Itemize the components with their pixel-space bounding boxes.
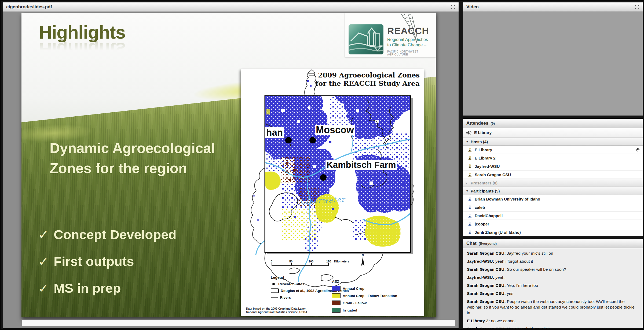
- attendees-pod-body: E Library ▼ Hosts (4) E Library: [463, 128, 643, 236]
- attendee-row[interactable]: caleb: [463, 203, 643, 212]
- host-icon: [467, 164, 472, 169]
- chat-message: Sarah Grogan CSUYep, I'm here too: [467, 283, 639, 288]
- speaker-icon: [466, 130, 472, 135]
- line-swatch: [271, 297, 278, 298]
- chat-pod: Chat (Everyone) Sarah Grogan CSUJayfred …: [463, 239, 643, 329]
- map-label-city-left: han: [265, 127, 284, 138]
- color-swatch: [332, 286, 341, 291]
- microphone-icon: [636, 147, 640, 152]
- research-site-dot: [309, 137, 316, 143]
- map-source-note: Data based on the 2009 Cropland Data Lay…: [246, 307, 307, 314]
- chat-scope: (Everyone): [479, 242, 497, 246]
- presentation-slide: Highlights Highlights: [21, 13, 436, 317]
- chat-pod-title: Chat: [466, 241, 477, 246]
- chat-pod-header[interactable]: Chat (Everyone): [463, 239, 643, 248]
- chat-message: Sarah Grogan CSUUsually only if you clic…: [467, 326, 639, 328]
- host-icon: [467, 172, 472, 177]
- north-arrow: N: [359, 254, 367, 269]
- participant-icon: [467, 196, 472, 201]
- check-icon: ✓: [38, 281, 54, 296]
- map-scale-bar: 0 50 100 150 Kilometers: [268, 260, 356, 269]
- chat-messages[interactable]: Sarah Grogan CSUJayfred your mic's still…: [463, 248, 643, 328]
- fullscreen-icon[interactable]: [635, 5, 639, 9]
- map-figure: 2009 Agroecological Zones for the REACCH…: [241, 69, 424, 316]
- group-header-presenters[interactable]: ▸ Presenters (0): [463, 179, 643, 187]
- attendee-row[interactable]: E Library 2: [463, 154, 643, 162]
- attendee-row[interactable]: jcooper: [463, 220, 643, 228]
- reacch-logo-tile: [349, 24, 383, 54]
- slide-title-block: Highlights Highlights: [39, 22, 125, 60]
- color-swatch: [332, 308, 341, 313]
- chat-message: Sarah Grogan CSUSo our speaker will be o…: [467, 266, 639, 272]
- share-pod-body: Highlights Highlights: [3, 12, 459, 328]
- reacch-acronym: REACCH: [387, 25, 429, 36]
- reacch-tagline-1: Regional Approaches: [387, 37, 428, 42]
- dot-icon: [272, 283, 275, 285]
- attendees-pod-header[interactable]: Attendees (9): [463, 119, 643, 128]
- reacch-tagline-2: to Climate Change –: [387, 43, 426, 47]
- check-icon: ✓: [38, 227, 54, 242]
- participant-icon: [467, 230, 472, 235]
- participant-icon: [467, 205, 472, 210]
- research-site-dot: [320, 174, 327, 181]
- color-swatch: [332, 293, 341, 298]
- slide-title-reflection: Highlights: [39, 39, 125, 60]
- map-label-moscow: Moscow: [315, 125, 355, 135]
- video-pod-title: Video: [466, 4, 479, 10]
- participant-icon: [467, 213, 472, 218]
- color-swatch: [332, 301, 341, 305]
- attendees-pod: Attendees (9) E Library ▼ Hosts (4): [463, 118, 643, 236]
- share-pod: eigenbrodeslides.pdf Highlights Highligh…: [3, 2, 459, 329]
- chat-message: Jayfred-WSUyeah i forgot about it: [467, 258, 639, 264]
- checklist-item: ✓ Concept Developed: [38, 227, 176, 242]
- fullscreen-icon[interactable]: [451, 5, 455, 9]
- attendee-row[interactable]: Sarah Grogan CSU: [463, 170, 643, 179]
- attendee-row[interactable]: DavidChappell: [463, 212, 643, 220]
- chevron-down-icon: ▼: [466, 140, 471, 143]
- attendee-row[interactable]: Junli Zhang (U of Idaho): [463, 228, 643, 236]
- attendee-row[interactable]: Brian Bowman University of Idaho: [463, 195, 643, 203]
- group-header-participants[interactable]: ▼ Participants (5): [463, 187, 643, 195]
- chat-message: Sarah Grogan CSUyes: [467, 291, 639, 296]
- check-icon: ✓: [38, 254, 54, 269]
- chevron-down-icon: ▼: [466, 190, 471, 192]
- aez-item: Grain - Fallow: [332, 301, 397, 305]
- reacch-tagline-3: PACIFIC NORTHWEST AGRICULTURE: [387, 50, 436, 56]
- research-site-dot: [285, 137, 292, 143]
- checklist-item: ✓ First outputs: [38, 254, 176, 269]
- group-header-hosts[interactable]: ▼ Hosts (4): [463, 138, 643, 146]
- aez-title: AEZ: [332, 280, 397, 284]
- slide-checklist: ✓ Concept Developed ✓ First outputs ✓ MS…: [38, 227, 176, 296]
- slide-heading: Dynamic Agroecological Zones for the reg…: [50, 138, 232, 179]
- aez-item: Annual Crop - Fallow Transition: [332, 293, 397, 298]
- attendees-count: (9): [491, 121, 495, 125]
- host-icon: [467, 155, 472, 160]
- chat-message: Sarah Grogan CSUJayfred your mic's still…: [467, 250, 639, 256]
- active-speaker-row[interactable]: E Library: [463, 128, 643, 138]
- chevron-right-icon: ▸: [466, 181, 471, 184]
- chat-message: Sarah Grogan CSUPeople watch the webinar…: [467, 299, 639, 316]
- participant-icon: [467, 221, 472, 226]
- video-pod-body: [463, 12, 643, 116]
- active-speaker-name: E Library: [474, 130, 492, 135]
- map-legend-aez: AEZ Annual Crop Annual Crop - Fallow Tra…: [332, 280, 397, 313]
- checklist-item: ✓ MS in prep: [38, 281, 176, 296]
- attendee-row[interactable]: E Library: [463, 146, 643, 154]
- attendees-pod-title: Attendees: [466, 121, 488, 126]
- reacch-logo: REACCH Regional Approaches to Climate Ch…: [345, 13, 436, 57]
- outline-swatch: [271, 288, 279, 293]
- host-icon: [467, 147, 472, 152]
- chat-message: E Library 2no we cannot: [467, 318, 639, 324]
- webinar-window: eigenbrodeslides.pdf Highlights Highligh…: [0, 0, 644, 330]
- share-pod-title: eigenbrodeslides.pdf: [6, 4, 52, 10]
- attendee-row[interactable]: Jayfred-WSU: [463, 162, 643, 170]
- video-pod: Video: [463, 2, 643, 116]
- aez-item: Irrigated: [332, 308, 397, 313]
- video-pod-header[interactable]: Video: [463, 2, 643, 12]
- aez-item: Annual Crop: [332, 286, 397, 291]
- share-scroll-strip[interactable]: [21, 320, 455, 326]
- share-pod-header[interactable]: eigenbrodeslides.pdf: [3, 2, 459, 12]
- map-label-kambitsch-farm: Kambitsch Farm: [325, 160, 397, 170]
- chat-message: Jayfred-WSUyeah.: [467, 275, 639, 280]
- legend-title: Legend: [271, 275, 349, 280]
